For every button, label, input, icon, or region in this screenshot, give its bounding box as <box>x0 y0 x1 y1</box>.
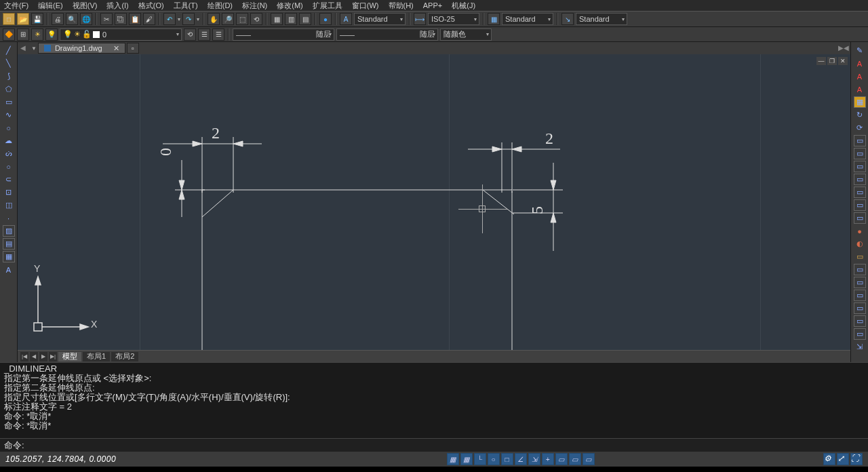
snap-toggle-icon[interactable]: ▦ <box>460 453 473 465</box>
match-icon[interactable]: A <box>854 71 866 82</box>
pan-icon[interactable]: ✋ <box>208 13 220 25</box>
dim-style-icon[interactable]: ⟼ <box>414 13 426 25</box>
layer-prev-icon[interactable]: ☰ <box>198 28 210 41</box>
model-toggle-icon[interactable]: ▭ <box>555 453 568 465</box>
mleader-style-combo[interactable]: Standard▾ <box>576 13 627 25</box>
model-tab[interactable]: 模型 <box>58 352 81 361</box>
properties-icon[interactable]: ▦ <box>271 13 283 25</box>
tool7-icon[interactable]: ▭ <box>854 212 866 224</box>
lineweight-combo[interactable]: —— 随层▾ <box>336 28 438 41</box>
layout-first-icon[interactable]: |◀ <box>20 352 28 361</box>
spline-icon[interactable]: ∿ <box>3 109 15 121</box>
menu-help[interactable]: 帮助(H) <box>389 1 414 11</box>
ellipse-arc-icon[interactable]: ⊂ <box>3 174 15 185</box>
tool1-icon[interactable]: ▭ <box>854 135 866 146</box>
make-current-icon[interactable]: ⟲ <box>184 28 196 41</box>
tab-add-icon[interactable]: ▫ <box>127 43 139 54</box>
move-icon[interactable]: ↻ <box>854 109 866 121</box>
dyn-toggle-icon[interactable]: ⇲ <box>528 453 540 465</box>
gradient-icon[interactable]: ▤ <box>3 238 15 250</box>
tool6-icon[interactable]: ▭ <box>854 199 866 211</box>
make-block-icon[interactable]: ◫ <box>3 199 15 211</box>
line-icon[interactable]: ╱ <box>3 45 15 56</box>
tool11-icon[interactable]: ▭ <box>854 302 866 314</box>
menu-mech[interactable]: 机械(J) <box>452 1 475 11</box>
tool13-icon[interactable]: ▭ <box>854 328 866 340</box>
preview-icon[interactable]: 🔍 <box>66 13 78 25</box>
redo-icon[interactable]: ↷ <box>182 13 195 25</box>
menu-modify[interactable]: 修改(M) <box>277 1 303 11</box>
tab-close-icon[interactable]: ✕ <box>113 44 119 53</box>
polar-toggle-icon[interactable]: ○ <box>488 453 500 465</box>
spiral-icon[interactable]: ᔖ <box>3 148 15 159</box>
print-icon[interactable]: 🖨 <box>52 13 64 25</box>
layer-states-icon[interactable]: ⊞ <box>17 28 29 41</box>
layer-off-icon[interactable]: 💡 <box>45 28 58 41</box>
osnap-toggle-icon[interactable]: □ <box>501 453 513 465</box>
paste-icon[interactable]: 📋 <box>129 13 141 25</box>
workspace-icon[interactable]: ⤢ <box>837 453 849 465</box>
sc-toggle-icon[interactable]: ▭ <box>583 453 595 465</box>
block-icon[interactable]: A <box>854 58 866 69</box>
menu-app[interactable]: APP+ <box>423 1 442 9</box>
menu-tools[interactable]: 工具(T) <box>174 1 198 11</box>
otrack-toggle-icon[interactable]: ∠ <box>515 453 527 465</box>
coord-display[interactable]: 105.2057, 124.7804, 0.0000 <box>5 454 116 464</box>
circle-icon[interactable]: ○ <box>3 161 15 172</box>
xline-icon[interactable]: ╲ <box>3 58 15 69</box>
menu-insert[interactable]: 插入(I) <box>106 1 128 11</box>
menu-file[interactable]: 文件(F) <box>4 1 28 11</box>
table-icon[interactable]: ▦ <box>3 251 15 262</box>
tool9-icon[interactable]: ▭ <box>854 277 866 288</box>
undo-icon[interactable]: ↶ <box>163 13 176 25</box>
tool5-icon[interactable]: ▭ <box>854 186 866 198</box>
rectangle-icon[interactable]: ▭ <box>3 96 15 108</box>
rotate-icon[interactable]: ⟳ <box>854 122 866 134</box>
table-style-icon[interactable]: ▦ <box>488 13 500 25</box>
tab-scroll-right-icon[interactable]: ▶◀ <box>840 43 848 52</box>
command-input-line[interactable]: 命令: <box>0 438 868 452</box>
menu-view[interactable]: 视图(V) <box>73 1 98 11</box>
zoom-prev-icon[interactable]: ⟲ <box>250 13 262 25</box>
handle-icon[interactable]: ⇲ <box>854 341 866 353</box>
material-icon[interactable]: ▭ <box>854 251 866 262</box>
menu-draw[interactable]: 绘图(D) <box>208 1 233 11</box>
layer-walk-icon[interactable]: ☰ <box>212 28 224 41</box>
palette-icon[interactable]: ▦ <box>854 96 866 108</box>
drawing-canvas[interactable]: — ❐ ✕ <box>18 54 850 350</box>
tool3-icon[interactable]: ▭ <box>854 161 866 172</box>
qp-toggle-icon[interactable]: ▭ <box>569 453 581 465</box>
layout1-tab[interactable]: 布局1 <box>83 352 110 361</box>
copy-icon[interactable]: ⿻ <box>115 13 127 25</box>
publish-icon[interactable]: 🌐 <box>80 13 92 25</box>
layout2-tab[interactable]: 布局2 <box>111 352 138 361</box>
tool4-icon[interactable]: ▭ <box>854 174 866 185</box>
layout-prev-icon[interactable]: ◀ <box>30 352 38 361</box>
linetype-combo[interactable]: ——随层▾ <box>233 28 334 41</box>
text-style-icon[interactable]: A <box>340 13 352 25</box>
design-center-icon[interactable]: ▥ <box>285 13 297 25</box>
arc-icon[interactable]: ⟆ <box>3 71 15 82</box>
tab-scroll-left-icon[interactable]: ◀ <box>19 43 27 52</box>
hatch-icon[interactable]: ▨ <box>3 225 15 237</box>
cut-icon[interactable]: ✂ <box>100 13 113 25</box>
erase-icon[interactable]: ✎ <box>854 45 866 56</box>
zoom-rt-icon[interactable]: 🔎 <box>222 13 234 25</box>
mleader-style-icon[interactable]: ↘ <box>561 13 574 25</box>
layer-combo[interactable]: 💡☀🔓0 ▾ <box>60 28 182 41</box>
clean-screen-icon[interactable]: ⛶ <box>850 453 863 465</box>
text-icon[interactable]: A <box>854 83 866 95</box>
matchprop-icon[interactable]: 🖌 <box>143 13 155 25</box>
light-icon[interactable]: ◐ <box>854 238 866 250</box>
layer-freeze-icon[interactable]: ☀ <box>31 28 43 41</box>
save-icon[interactable]: 💾 <box>31 13 43 25</box>
tool2-icon[interactable]: ▭ <box>854 148 866 159</box>
open-icon[interactable]: 📂 <box>17 13 29 25</box>
annoscale-icon[interactable]: ⚙ <box>823 453 835 465</box>
revcloud-icon[interactable]: ☁ <box>3 135 15 146</box>
table-style-combo[interactable]: Standard▾ <box>502 13 553 25</box>
menu-format[interactable]: 格式(O) <box>138 1 164 11</box>
lwt-toggle-icon[interactable]: + <box>542 453 554 465</box>
layout-next-icon[interactable]: ▶ <box>39 352 47 361</box>
new-icon[interactable]: □ <box>3 13 15 25</box>
